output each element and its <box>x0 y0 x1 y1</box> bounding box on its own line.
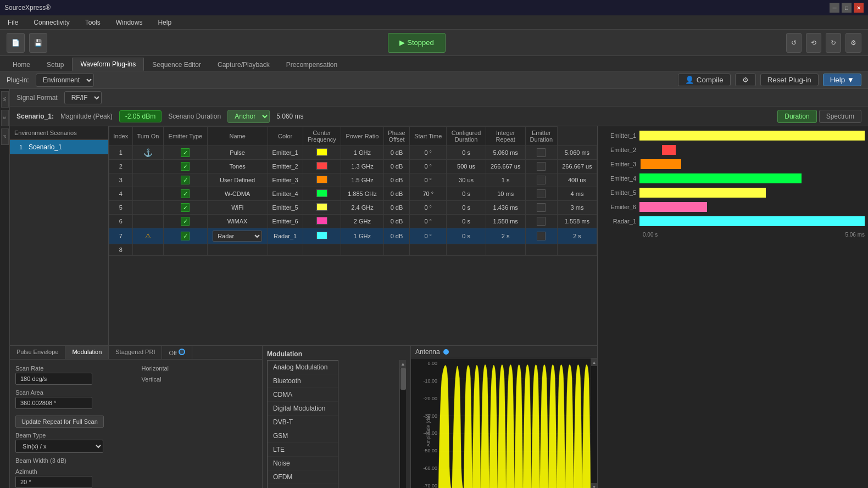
sidebar-icon-3[interactable]: P <box>1 128 9 145</box>
update-scan-button[interactable]: Update Repeat for Full Scan <box>15 416 104 428</box>
azimuth-input[interactable] <box>15 476 92 488</box>
color-swatch[interactable] <box>316 148 327 156</box>
checkbox-off[interactable]: ✓ <box>537 162 546 171</box>
help-button[interactable]: Help ▼ <box>823 74 861 86</box>
sidebar-icon-2[interactable]: S <box>1 110 9 126</box>
color-swatch[interactable] <box>316 203 327 211</box>
spectrum-tab[interactable]: Spectrum <box>819 110 861 123</box>
mod-analog-modulation[interactable]: Analog Modulation <box>268 361 338 374</box>
table-row[interactable]: 7 ⚠ ✓ Radar Radar_1 <box>109 228 597 244</box>
minimize-button[interactable]: ─ <box>830 3 839 13</box>
checkbox-off[interactable]: ✓ <box>537 189 546 198</box>
scan-area-input[interactable] <box>15 397 92 409</box>
tab-home[interactable]: Home <box>4 58 38 71</box>
table-row[interactable]: 3 ✓ User Defined Emitter_3 1.5 GHz 0 dB … <box>109 173 597 187</box>
tab-capture[interactable]: Capture/Playback <box>209 58 278 71</box>
tab-precomp[interactable]: Precompensation <box>278 58 346 71</box>
mod-cdma[interactable]: CDMA <box>268 388 338 402</box>
scroll-up-button[interactable]: ▲ <box>400 360 406 368</box>
checkbox-off[interactable]: ✓ <box>537 217 546 226</box>
cell-type[interactable]: Radar <box>207 228 268 244</box>
tab-waveform[interactable]: Waveform Plug-ins <box>72 58 144 71</box>
table-row[interactable]: 2 ✓ Tones Emitter_2 1.3 GHz 0 dB 0 ° <box>109 160 597 173</box>
btab-staggered[interactable]: Staggered PRI <box>109 346 162 359</box>
color-swatch[interactable] <box>316 217 327 225</box>
btab-modulation[interactable]: Modulation <box>65 346 109 359</box>
close-button[interactable]: ✕ <box>854 3 864 13</box>
scan-rate-input[interactable] <box>15 373 92 385</box>
y-axis-label: Amplitude (dB) <box>426 414 431 447</box>
color-swatch[interactable] <box>316 162 327 170</box>
mod-ofdm[interactable]: OFDM <box>268 470 338 484</box>
cell-int-rep: ✓ <box>525 146 557 160</box>
table-row[interactable]: 5 ✓ WiFi Emitter_5 2.4 GHz 0 dB 0 ° <box>109 201 597 215</box>
save-button[interactable]: 💾 <box>29 33 47 53</box>
checkbox-on[interactable]: ✓ <box>181 189 190 198</box>
table-row[interactable]: 1 ⚓ ✓ Pulse Emitter_1 1 GHz 0 dB 0 ° <box>109 146 597 160</box>
scenario-item-1[interactable]: 1 Scenario_1 <box>10 140 108 154</box>
table-row[interactable]: 4 ✓ W-CDMA Emitter_4 1.885 GHz 0 dB 70 ° <box>109 187 597 201</box>
mod-digital-modulation[interactable]: Digital Modulation <box>268 402 338 416</box>
maximize-button[interactable]: □ <box>842 3 852 13</box>
beam-type-select[interactable]: Sin(x) / x <box>15 440 103 453</box>
anchor-select[interactable]: Anchor <box>227 110 270 123</box>
checkbox-on[interactable]: ✓ <box>181 148 190 157</box>
settings-button[interactable]: ⚙ <box>845 33 861 53</box>
checkbox-off[interactable]: ✓ <box>537 148 546 157</box>
mod-noise[interactable]: Noise <box>268 457 338 470</box>
menu-windows[interactable]: Windows <box>113 18 146 27</box>
mod-lte[interactable]: LTE <box>268 443 338 457</box>
menu-file[interactable]: File <box>4 18 21 27</box>
table-row[interactable]: 8 <box>109 244 597 256</box>
btab-off[interactable]: Off <box>162 346 192 359</box>
checkbox-on[interactable]: ✓ <box>181 176 190 184</box>
emitter-chart-bar-4 <box>639 173 802 183</box>
gear-button[interactable]: ⚙ <box>735 74 756 86</box>
color-swatch[interactable] <box>316 189 327 197</box>
cell-freq: 1 GHz <box>341 146 384 160</box>
emitter-chart-bar-5 <box>639 188 766 198</box>
emitter-chart-row-3: Emitter_3 <box>601 158 865 170</box>
tab-sequence[interactable]: Sequence Editor <box>144 58 209 71</box>
duration-tab[interactable]: Duration <box>777 110 816 123</box>
btab-pulse[interactable]: Pulse Envelope <box>10 346 65 359</box>
checkbox-on[interactable]: ✓ <box>181 162 190 171</box>
menu-help[interactable]: Help <box>154 18 175 27</box>
checkbox-off[interactable]: ✓ <box>537 203 546 212</box>
back-button[interactable]: ⟲ <box>806 33 821 53</box>
reload-button[interactable]: ↻ <box>826 33 841 53</box>
menu-connectivity[interactable]: Connectivity <box>30 18 73 27</box>
color-swatch[interactable] <box>316 232 327 239</box>
mod-bluetooth[interactable]: Bluetooth <box>268 374 338 388</box>
signal-format-select[interactable]: RF/IF <box>64 91 102 104</box>
emitter-chart-row-6: Emiiter_6 <box>601 201 865 213</box>
reset-button[interactable]: Reset Plug-in <box>760 74 819 86</box>
mod-dvbt[interactable]: DVB-T <box>268 416 338 429</box>
cell-start: 0 s <box>447 201 486 215</box>
play-button[interactable]: ▶ Stopped <box>388 33 445 53</box>
menu-tools[interactable]: Tools <box>82 18 104 27</box>
cell-int-rep: ✓ <box>525 201 557 215</box>
antenna-label: Antenna <box>415 348 440 356</box>
sidebar-icon-1[interactable]: W <box>1 91 9 108</box>
checkbox-off[interactable]: ✓ <box>537 176 546 184</box>
refresh-button[interactable]: ↺ <box>786 33 802 53</box>
checkbox-on[interactable]: ✓ <box>181 217 190 226</box>
compile-button[interactable]: 👤 Compile <box>678 74 731 86</box>
emitter-type-select[interactable]: Radar <box>213 231 262 242</box>
emitter-chart-bar-area-5 <box>639 188 865 198</box>
checkbox-off[interactable]: ✓ <box>537 232 546 240</box>
mod-p25[interactable]: P25 <box>268 484 338 488</box>
checkbox-on[interactable]: ✓ <box>181 203 190 212</box>
checkbox-on[interactable]: ✓ <box>181 232 190 240</box>
waveform-scroll-down[interactable]: ▼ <box>591 483 597 488</box>
waveform-scroll-up[interactable]: ▲ <box>591 358 597 366</box>
new-button[interactable]: 📄 <box>7 33 25 53</box>
table-row[interactable]: 6 ✓ WiMAX Emitter_6 2 GHz 0 dB 0 ° 0 <box>109 215 597 228</box>
color-swatch[interactable] <box>316 176 327 183</box>
tab-setup[interactable]: Setup <box>38 58 72 71</box>
plugin-select[interactable]: Environment <box>36 74 94 87</box>
cell-power <box>383 244 409 256</box>
scroll-track <box>400 368 406 488</box>
mod-gsm[interactable]: GSM <box>268 429 338 443</box>
